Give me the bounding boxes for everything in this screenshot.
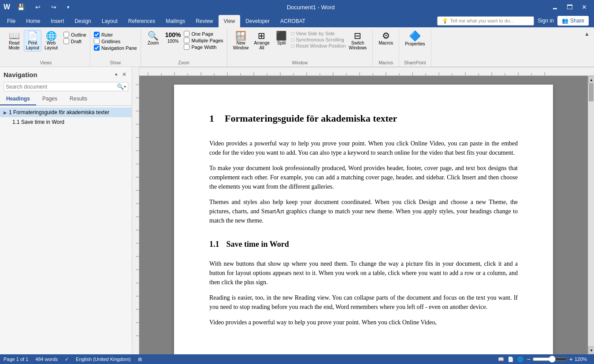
web-layout-status-icon[interactable]: 🌐	[517, 357, 523, 362]
print-layout-status-icon[interactable]: 📄	[508, 357, 514, 362]
ribbon-collapse-btn[interactable]: ▲	[583, 30, 591, 38]
ribbon-window-items: 🪟 NewWindow ⊞ ArrangeAll ⬛ Split □ View …	[231, 29, 369, 59]
outline-checkbox-label[interactable]: Outline	[63, 32, 86, 37]
gridlines-checkbox[interactable]	[94, 38, 100, 44]
vscroll-thumb[interactable]	[589, 84, 594, 101]
title-bar-right: 🗕 🗖 ✕	[548, 2, 590, 12]
vscroll-down-btn[interactable]: ▼	[588, 346, 594, 354]
show-group-label: Show	[94, 59, 137, 67]
quick-save-btn[interactable]: 💾	[14, 2, 28, 12]
tell-me-bar[interactable]: 💡 Tell me what you want to do...	[437, 16, 534, 26]
nav-tree-item-h2[interactable]: 1.1 Save time in Word	[0, 117, 132, 127]
one-page-opt[interactable]: One Page	[184, 31, 223, 37]
zoom-plus-btn[interactable]: +	[569, 356, 573, 363]
search-icon[interactable]: 🔍	[117, 83, 124, 90]
new-window-icon: 🪟	[235, 31, 246, 40]
read-mode-btn[interactable]: 📖 ReadMode	[5, 30, 23, 52]
nav-tab-headings[interactable]: Headings	[0, 93, 36, 105]
sync-scroll-btn[interactable]: □ Synchronous Scrolling	[291, 37, 346, 42]
nav-close-btn[interactable]: ✕	[120, 71, 128, 78]
ruler-checkbox[interactable]	[94, 32, 100, 37]
tab-references[interactable]: References	[123, 15, 160, 27]
ruler-v	[132, 76, 139, 354]
tab-review[interactable]: Review	[190, 15, 218, 27]
ribbon-group-show: Ruler Gridlines Navigation Pane Show	[90, 29, 141, 67]
tab-developer[interactable]: Developer	[240, 15, 275, 27]
nav-tab-pages[interactable]: Pages	[36, 93, 63, 105]
sign-in-btn[interactable]: Sign in	[538, 18, 554, 24]
split-btn[interactable]: ⬛ Split	[273, 30, 290, 47]
zoom-level[interactable]: 120%	[575, 357, 590, 362]
search-dropdown-icon[interactable]: ▾	[124, 84, 126, 89]
share-btn[interactable]: 👥 Share	[557, 16, 589, 26]
ribbon-show-items: Ruler Gridlines Navigation Pane	[94, 29, 137, 59]
tab-insert[interactable]: Insert	[45, 15, 69, 27]
reset-window-btn[interactable]: □ Reset Window Position	[291, 43, 346, 48]
nav-tab-results[interactable]: Results	[63, 93, 93, 105]
outline-checkbox[interactable]	[63, 32, 69, 37]
zoom-slider[interactable]	[532, 356, 568, 363]
views-checkboxes: Outline Draft	[63, 30, 86, 46]
status-right: 📖 📄 🌐 − + 120%	[498, 356, 590, 363]
multiple-pages-opt[interactable]: Multiple Pages	[184, 37, 223, 43]
ribbon-tab-bar: File Home Insert Design Layout Reference…	[0, 14, 432, 27]
draft-checkbox[interactable]	[63, 38, 69, 44]
gridlines-checkbox-label[interactable]: Gridlines	[94, 38, 137, 44]
tab-home[interactable]: Home	[21, 15, 45, 27]
draft-checkbox-label[interactable]: Draft	[63, 38, 86, 44]
vscroll-track[interactable]	[588, 84, 594, 346]
nav-pane-checkbox-label[interactable]: Navigation Pane	[94, 45, 137, 51]
web-layout-btn[interactable]: 🌐 WebLayout	[42, 30, 60, 52]
status-left: Page 1 of 1 484 words ✓ English (United …	[4, 357, 142, 362]
zoom-btn[interactable]: 🔍 Zoom	[145, 30, 162, 47]
ribbon-collapse-area: ▲	[582, 29, 592, 67]
tab-layout[interactable]: Layout	[97, 15, 123, 27]
multiple-pages-chk[interactable]	[184, 37, 189, 43]
tab-file[interactable]: File	[2, 15, 21, 27]
zoom-100-label: 100%	[167, 39, 179, 44]
quick-undo-btn[interactable]: ↩	[32, 2, 44, 12]
tab-mailings[interactable]: Mailings	[160, 15, 190, 27]
title-bar: W 💾 ↩ ↪ ▾ Document1 - Word 🗕 🗖 ✕	[0, 0, 594, 14]
tab-design[interactable]: Design	[69, 15, 96, 27]
print-layout-btn[interactable]: 📄 PrintLayout	[24, 30, 41, 52]
doc-scroll[interactable]: 1Formateringsguide för akademiska texter…	[139, 76, 588, 354]
maximize-btn[interactable]: 🗖	[563, 2, 576, 12]
nav-pane-checkbox[interactable]	[94, 45, 100, 51]
nav-arrow-h1: ▶	[4, 110, 7, 115]
minimize-btn[interactable]: 🗕	[548, 2, 561, 12]
one-page-chk[interactable]	[184, 31, 189, 37]
ruler-checkbox-label[interactable]: Ruler	[94, 32, 137, 37]
properties-btn[interactable]: 🔷 Properties	[403, 30, 427, 48]
close-btn[interactable]: ✕	[578, 2, 590, 12]
nav-search-box[interactable]: 🔍 ▾	[4, 82, 128, 91]
macros-btn[interactable]: ⚙ Macros	[376, 30, 395, 47]
vscroll[interactable]: ▲ ▼	[588, 76, 594, 354]
arrange-all-btn[interactable]: ⊞ ArrangeAll	[252, 30, 272, 52]
content-area: 1Formateringsguide för akademiska texter…	[132, 67, 594, 354]
view-side-by-side-btn[interactable]: □ View Side by Side	[291, 31, 346, 36]
language[interactable]: English (United Kingdom)	[76, 357, 131, 362]
nav-minimize-btn[interactable]: ▾	[113, 71, 119, 78]
proofread-icon[interactable]: ✓	[65, 357, 69, 362]
nav-tree-item-h1[interactable]: ▶ 1 Formateringsguide för akademiska tex…	[0, 108, 132, 117]
read-mode-status-icon[interactable]: 📖	[498, 357, 504, 362]
switch-windows-btn[interactable]: ⊟ SwitchWindows	[347, 30, 369, 52]
new-window-btn[interactable]: 🪟 NewWindow	[231, 30, 251, 52]
zoom-100-icon: 100%	[165, 31, 181, 38]
macros-group-label: Macros	[376, 59, 395, 67]
one-page-label: One Page	[191, 31, 213, 37]
zoom-100-btn[interactable]: 100% 100%	[163, 30, 183, 45]
tab-view[interactable]: View	[219, 15, 241, 27]
tab-acrobat[interactable]: ACROBAT	[275, 15, 311, 27]
nav-pane-label: Navigation Pane	[101, 45, 137, 51]
page-width-chk[interactable]	[184, 44, 189, 50]
page-width-opt[interactable]: Page Width	[184, 44, 223, 50]
search-input[interactable]	[6, 84, 117, 90]
zoom-minus-btn[interactable]: −	[527, 356, 531, 363]
nav-tree: ▶ 1 Formateringsguide för akademiska tex…	[0, 106, 132, 354]
quick-more-btn[interactable]: ▾	[63, 3, 73, 12]
track-changes-icon[interactable]: ⊞	[138, 357, 142, 362]
vscroll-up-btn[interactable]: ▲	[588, 76, 594, 84]
quick-redo-btn[interactable]: ↪	[48, 2, 60, 12]
